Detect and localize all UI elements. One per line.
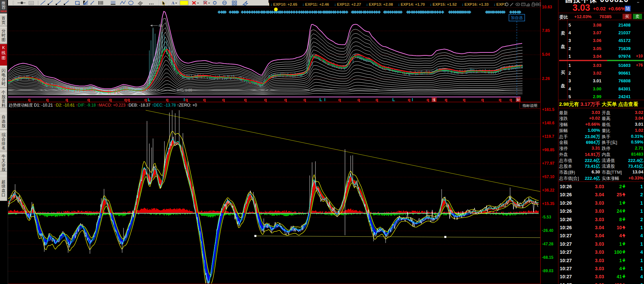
svg-text:指标说明: 指标说明 xyxy=(522,104,537,108)
svg-text:q: q xyxy=(222,97,225,102)
svg-text:L: L xyxy=(148,97,150,102)
svg-text:q: q xyxy=(338,97,341,102)
svg-text:q: q xyxy=(408,97,410,102)
svg-text:EXP10: +2.65: EXP10: +2.65 xyxy=(273,2,298,6)
svg-text:l: l xyxy=(324,97,326,102)
svg-text:q: q xyxy=(303,97,306,102)
svg-text:q: q xyxy=(144,97,147,102)
svg-text:q: q xyxy=(284,97,287,102)
svg-text:EXP12: +2.27: EXP12: +2.27 xyxy=(337,2,361,6)
svg-text:q: q xyxy=(166,97,168,102)
svg-text:L: L xyxy=(392,97,395,102)
svg-text:加自选: 加自选 xyxy=(511,15,523,20)
svg-text:q: q xyxy=(124,97,127,102)
svg-text:q: q xyxy=(109,97,112,102)
svg-text:44: 44 xyxy=(158,24,162,28)
svg-text:↓: ↓ xyxy=(462,2,464,6)
svg-text:l: l xyxy=(184,97,185,102)
svg-text:EXP11: +2.46: EXP11: +2.46 xyxy=(305,2,329,6)
svg-text:q: q xyxy=(357,97,360,102)
svg-text:q: q xyxy=(87,97,90,102)
svg-text:q: q xyxy=(203,97,206,102)
svg-text:q: q xyxy=(185,97,188,102)
svg-text:q: q xyxy=(481,97,484,102)
svg-text:↓: ↓ xyxy=(430,2,432,6)
svg-text:q: q xyxy=(463,97,465,102)
svg-text:q: q xyxy=(46,97,49,102)
svg-text:EXP13: +2.08: EXP13: +2.08 xyxy=(369,2,393,6)
svg-text:↓: ↓ xyxy=(398,2,400,6)
svg-text:EXP14: +1.70: EXP14: +1.70 xyxy=(401,2,425,6)
svg-text:EXP17: +1: EXP17: +1 xyxy=(496,2,515,6)
svg-text:↓: ↓ xyxy=(334,2,336,6)
svg-text:q: q xyxy=(509,97,512,102)
svg-text:q: q xyxy=(376,97,378,102)
svg-text:A: A xyxy=(171,1,175,5)
svg-text:l: l xyxy=(412,97,413,102)
svg-text:EXP15: +1.52: EXP15: +1.52 xyxy=(433,2,457,6)
svg-text:↓: ↓ xyxy=(366,2,368,6)
svg-text:L: L xyxy=(319,97,322,102)
svg-text:q: q xyxy=(65,97,68,102)
svg-text:↓: ↓ xyxy=(302,2,304,6)
svg-text:q: q xyxy=(427,97,429,102)
svg-text:q: q xyxy=(244,97,247,102)
svg-text:q: q xyxy=(445,97,447,102)
svg-text:q: q xyxy=(127,97,130,102)
svg-text:↓: ↓ xyxy=(270,2,273,6)
svg-text:↓: ↓ xyxy=(494,2,496,6)
svg-text:q: q xyxy=(499,97,501,102)
svg-text:涨: 涨 xyxy=(432,98,436,102)
svg-text:趋势摆动幅度 D1: -10.21 ↑D2: -10.61: 趋势摆动幅度 D1: -10.21 ↑D2: -10.61 ↑DIF: -9.1… xyxy=(9,103,197,108)
svg-text:0.85 0.85: 0.85 0.85 xyxy=(177,88,192,92)
svg-text:EXP16: +1.33: EXP16: +1.33 xyxy=(464,2,489,6)
svg-text:q: q xyxy=(264,97,267,102)
svg-text:q: q xyxy=(28,97,31,102)
